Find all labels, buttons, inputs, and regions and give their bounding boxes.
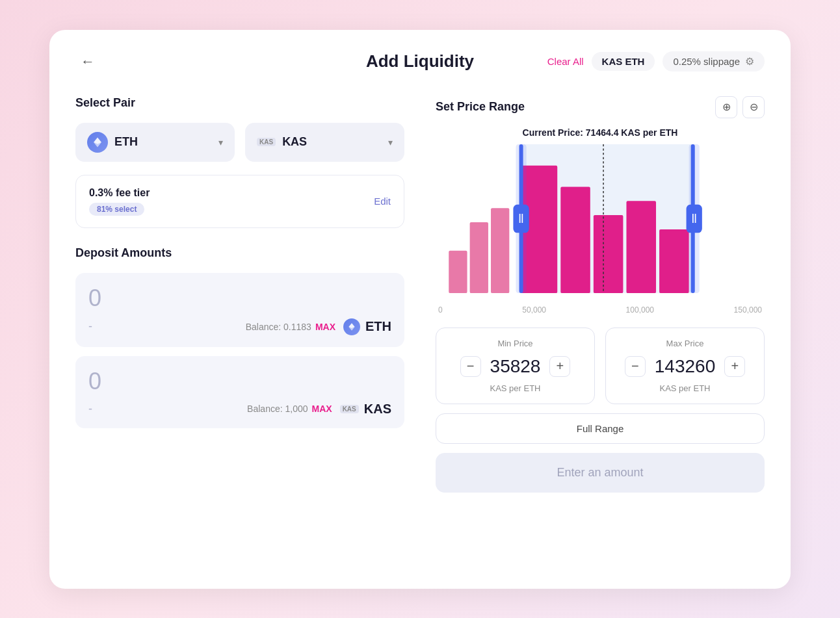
kas-max-button[interactable]: MAX <box>312 404 332 414</box>
zoom-in-icon: ⊕ <box>722 101 731 113</box>
right-panel: Set Price Range ⊕ ⊖ Current Price: 71464… <box>436 96 765 493</box>
x-label-150k: 150,000 <box>734 305 762 315</box>
max-price-box: Max Price − 143260 + KAS per ETH <box>605 328 765 404</box>
fee-tier-title: 0.3% fee tier <box>89 187 150 199</box>
price-range-title: Set Price Range <box>436 100 525 114</box>
min-price-value: 35828 <box>490 356 541 377</box>
kas-balance-label: Balance: 1,000 <box>247 404 308 414</box>
min-price-box: Min Price − 35828 + KAS per ETH <box>436 328 595 404</box>
max-price-increase-button[interactable]: + <box>724 356 745 377</box>
svg-rect-5 <box>449 250 467 292</box>
clear-all-button[interactable]: Clear All <box>547 56 584 67</box>
pair-selectors: ETH ▾ KAS KAS ▾ <box>75 123 404 162</box>
current-price-value: 71464.4 <box>586 127 619 138</box>
zoom-controls: ⊕ ⊖ <box>715 96 765 118</box>
min-price-label: Min Price <box>448 339 583 348</box>
header-right: Clear All KAS ETH 0.25% slippage ⚙ <box>547 51 765 71</box>
enter-amount-button: Enter an amount <box>436 453 765 493</box>
eth-max-button[interactable]: MAX <box>315 322 335 332</box>
eth-chevron-icon: ▾ <box>218 137 223 148</box>
kas-balance-area: Balance: 1,000 MAX KAS KAS <box>247 402 391 417</box>
x-label-0: 0 <box>438 305 443 315</box>
eth-token-badge[interactable]: ETH <box>343 318 391 335</box>
kas-amount: 0 <box>88 368 391 395</box>
x-axis-labels: 0 50,000 100,000 150,000 <box>436 305 765 315</box>
full-range-button[interactable]: Full Range <box>436 413 765 444</box>
kas-chevron-icon: ▾ <box>388 137 393 148</box>
kas-small-label: KAS <box>257 138 276 146</box>
kas-deposit-box: 0 - Balance: 1,000 MAX KAS KAS <box>75 356 404 428</box>
kas-badge-small: KAS <box>340 405 359 413</box>
svg-rect-9 <box>560 187 590 293</box>
zoom-out-button[interactable]: ⊖ <box>742 96 765 118</box>
min-price-unit: KAS per ETH <box>448 383 583 393</box>
page-title: Add Liquidity <box>366 51 474 71</box>
zoom-out-icon: ⊖ <box>750 101 758 113</box>
svg-rect-10 <box>594 215 623 293</box>
main-card: ← Add Liquidity Clear All KAS ETH 0.25% … <box>49 30 791 589</box>
chart-container: || || <box>436 144 765 300</box>
price-range-header: Set Price Range ⊕ ⊖ <box>436 96 765 118</box>
max-price-unit: KAS per ETH <box>618 383 752 393</box>
deposit-title: Deposit Amounts <box>75 246 404 260</box>
eth-token-select[interactable]: ETH ▾ <box>75 123 235 162</box>
kas-token-select[interactable]: KAS KAS ▾ <box>245 123 404 162</box>
eth-balance-label: Balance: 0.1183 <box>246 322 311 332</box>
eth-deposit-box: 0 - Balance: 0.1183 MAX <box>75 273 404 347</box>
left-panel: Select Pair ETH ▾ <box>75 96 404 493</box>
fee-tier-box: 0.3% fee tier 81% select Edit <box>75 175 404 228</box>
edit-fee-button[interactable]: Edit <box>374 196 391 207</box>
kas-token-left: KAS KAS <box>257 135 307 149</box>
eth-deposit-footer: - Balance: 0.1183 MAX <box>88 318 391 335</box>
kas-token-badge[interactable]: KAS KAS <box>340 402 391 417</box>
x-label-50k: 50,000 <box>522 305 546 315</box>
gear-icon: ⚙ <box>745 55 754 68</box>
kas-balance-info: Balance: 1,000 MAX <box>247 404 332 414</box>
min-price-input-row: − 35828 + <box>448 356 583 377</box>
kas-token-name: KAS <box>282 135 307 149</box>
eth-token-name: ETH <box>114 135 138 149</box>
fee-tier-left: 0.3% fee tier 81% select <box>89 187 150 216</box>
deposit-section: Deposit Amounts 0 - Balance: 0.1183 MAX <box>75 246 404 428</box>
eth-dash: - <box>88 320 92 333</box>
price-chart: || || <box>436 144 765 300</box>
current-price-unit: KAS per ETH <box>621 127 677 138</box>
eth-token-left: ETH <box>87 132 138 153</box>
eth-balance-info: Balance: 0.1183 MAX <box>246 322 335 332</box>
kas-deposit-footer: - Balance: 1,000 MAX KAS KAS <box>88 402 391 417</box>
eth-amount: 0 <box>88 285 391 312</box>
svg-text:||: || <box>519 212 523 223</box>
kas-dash: - <box>88 402 92 416</box>
main-content: Select Pair ETH ▾ <box>75 96 765 493</box>
x-label-100k: 100,000 <box>626 305 654 315</box>
back-button[interactable]: ← <box>75 51 100 73</box>
token-pair-badge: KAS ETH <box>592 52 655 71</box>
kas-badge-name: KAS <box>364 402 391 417</box>
max-price-label: Max Price <box>618 339 752 348</box>
svg-rect-12 <box>659 229 689 292</box>
fee-tier-badge: 81% select <box>89 203 144 216</box>
max-price-input-row: − 143260 + <box>618 356 752 377</box>
min-price-increase-button[interactable]: + <box>549 356 570 377</box>
eth-badge-icon <box>343 318 360 335</box>
svg-rect-7 <box>491 208 509 293</box>
header: ← Add Liquidity Clear All KAS ETH 0.25% … <box>75 51 765 73</box>
slippage-label: 0.25% slippage <box>673 56 740 67</box>
svg-text:||: || <box>692 212 696 223</box>
svg-rect-11 <box>626 201 656 293</box>
max-price-decrease-button[interactable]: − <box>625 356 646 377</box>
eth-badge-name: ETH <box>365 319 391 334</box>
current-price: Current Price: 71464.4 KAS per ETH <box>436 127 765 138</box>
zoom-in-button[interactable]: ⊕ <box>715 96 737 118</box>
select-pair-title: Select Pair <box>75 96 404 110</box>
svg-rect-6 <box>470 222 488 293</box>
eth-icon <box>87 132 108 153</box>
max-price-value: 143260 <box>655 356 715 377</box>
current-price-prefix: Current Price: <box>523 127 583 138</box>
price-controls: Min Price − 35828 + KAS per ETH Max Pric… <box>436 328 765 404</box>
eth-balance-area: Balance: 0.1183 MAX ETH <box>246 318 391 335</box>
slippage-badge[interactable]: 0.25% slippage ⚙ <box>663 51 765 71</box>
min-price-decrease-button[interactable]: − <box>460 356 481 377</box>
